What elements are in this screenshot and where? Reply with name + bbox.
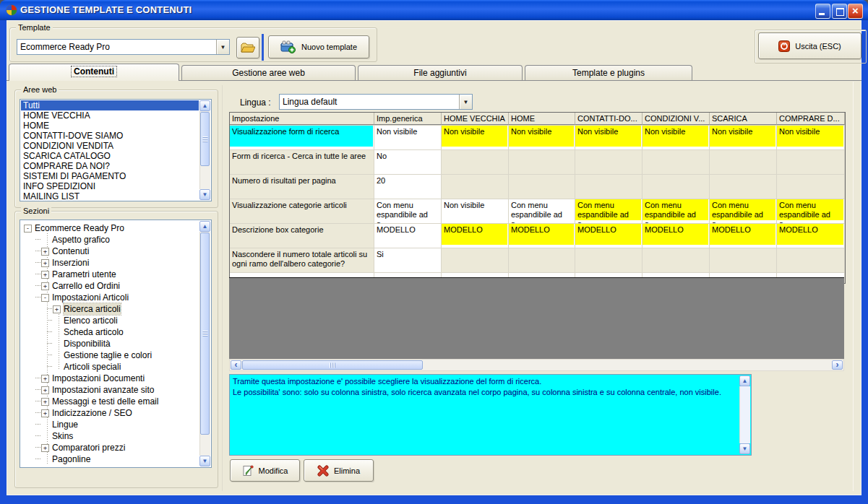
tree-item-skins[interactable]: Skins <box>21 430 199 442</box>
tree-item-label[interactable]: Gestione taglie e colori <box>64 349 152 361</box>
scroll-down-button[interactable]: ▼ <box>739 443 750 454</box>
tree-item-label[interactable]: Impostazioni avanzate sito <box>52 384 154 396</box>
tree-item-pannello-gestione-template[interactable]: Pannello gestione template <box>21 465 199 468</box>
value-cell[interactable] <box>509 150 575 174</box>
column-header-scarica-cata[interactable]: SCARICA CATA... <box>710 113 777 125</box>
tree-item-pagonline[interactable]: Pagonline <box>21 453 199 465</box>
tree-item-label[interactable]: Pagonline <box>52 453 90 465</box>
scroll-up-button[interactable]: ▲ <box>199 221 210 232</box>
tab-gestione-aree-web[interactable]: Gestione aree web <box>181 65 356 80</box>
new-template-button[interactable]: Nuovo template <box>268 35 369 58</box>
tree-item-label[interactable]: Carrello ed Ordini <box>52 280 120 292</box>
value-cell[interactable] <box>643 150 710 174</box>
tree-item-label[interactable]: Inserzioni <box>52 257 89 269</box>
value-cell[interactable] <box>442 150 509 174</box>
collapse-icon[interactable]: - <box>41 294 49 302</box>
value-cell[interactable]: MODELLO <box>442 224 509 248</box>
scroll-right-button[interactable]: › <box>832 360 843 370</box>
value-cell[interactable]: Non visibile <box>374 126 442 149</box>
value-cell[interactable]: MODELLO <box>643 224 710 248</box>
setting-name-cell[interactable]: Numero di risultati per pagina <box>230 175 374 199</box>
open-template-folder-button[interactable] <box>236 37 259 58</box>
tree-item-indicizzazione-seo[interactable]: +Indicizzazione / SEO <box>21 407 199 419</box>
value-cell[interactable] <box>575 175 643 199</box>
column-header-home-vecchia[interactable]: HOME VECCHIA <box>442 113 509 125</box>
value-cell[interactable] <box>710 248 777 272</box>
setting-name-cell[interactable]: Form di ricerca - Cerca in tutte le aree <box>230 150 374 174</box>
expand-icon[interactable]: + <box>41 375 49 383</box>
sezioni-tree[interactable]: -Ecommerce Ready ProAspetto grafico+Cont… <box>20 220 212 468</box>
expand-icon[interactable]: + <box>41 271 49 279</box>
tree-item-label[interactable]: Disponibilità <box>64 338 111 349</box>
scroll-up-button[interactable]: ▲ <box>739 375 750 386</box>
value-cell[interactable] <box>442 248 509 272</box>
tree-item-gestione-taglie-e-colori[interactable]: Gestione taglie e colori <box>21 349 199 361</box>
column-header-comprare-d[interactable]: COMPRARE D... <box>777 113 845 125</box>
tree-item-label[interactable]: Ricerca articoli <box>64 303 121 315</box>
value-cell[interactable]: Con menu espandibile ad a... <box>710 199 777 223</box>
value-cell[interactable]: No <box>374 150 442 174</box>
tree-item-label[interactable]: Impostazioni Documenti <box>52 373 145 384</box>
list-item-scarica-catalogo[interactable]: SCARICA CATALOGO <box>21 151 199 161</box>
tree-item-label[interactable]: Ecommerce Ready Pro <box>35 222 124 234</box>
value-cell[interactable]: Non visibile <box>509 126 575 149</box>
close-button[interactable]: × <box>848 4 863 19</box>
expand-icon[interactable]: + <box>41 409 49 417</box>
tree-item-inserzioni[interactable]: +Inserzioni <box>21 257 199 269</box>
tab-contenuti[interactable]: Contenuti <box>9 64 179 81</box>
expand-icon[interactable]: + <box>41 386 49 394</box>
scroll-down-button[interactable]: ▼ <box>199 456 210 466</box>
tree-item-ecommerce-ready-pro[interactable]: -Ecommerce Ready Pro <box>21 222 199 234</box>
value-cell[interactable]: Non visibile <box>442 199 509 223</box>
value-cell[interactable] <box>710 175 777 199</box>
list-item-home[interactable]: HOME <box>21 121 199 131</box>
minimize-button[interactable] <box>815 4 830 19</box>
value-cell[interactable] <box>509 175 575 199</box>
value-cell[interactable]: Non visibile <box>710 126 777 149</box>
list-item-tutti[interactable]: Tutti <box>21 100 199 110</box>
tree-item-parametri-utente[interactable]: +Parametri utente <box>21 269 199 280</box>
scroll-up-button[interactable]: ▲ <box>199 100 210 111</box>
tree-item-carrello-ed-ordini[interactable]: +Carrello ed Ordini <box>21 280 199 292</box>
list-item-info-spedizioni[interactable]: INFO SPEDIZIONI <box>21 181 199 191</box>
value-cell[interactable] <box>509 248 575 272</box>
tree-item-label[interactable]: Contenuti <box>52 246 89 257</box>
list-item-condizioni-vendita[interactable]: CONDIZIONI VENDITA <box>21 141 199 151</box>
tree-item-articoli-speciali[interactable]: Articoli speciali <box>21 361 199 373</box>
tree-item-label[interactable]: Elenco articoli <box>64 315 118 326</box>
tree-item-label[interactable]: Messaggi e testi delle email <box>52 396 158 407</box>
column-header-home[interactable]: HOME <box>509 113 575 125</box>
value-cell[interactable] <box>777 175 845 199</box>
tree-item-comparatori-prezzi[interactable]: +Comparatori prezzi <box>21 442 199 453</box>
list-item-comprare-da-noi[interactable]: COMPRARE DA NOI? <box>21 161 199 171</box>
exit-button[interactable]: Uscita (ESC) <box>758 32 861 59</box>
tree-item-label[interactable]: Impostazioni Articoli <box>52 292 129 303</box>
tree-item-label[interactable]: Lingue <box>52 419 78 430</box>
value-cell[interactable] <box>575 150 643 174</box>
value-cell[interactable] <box>643 248 710 272</box>
tree-item-label[interactable]: Scheda articolo <box>64 326 124 338</box>
value-cell[interactable] <box>777 150 845 174</box>
value-cell[interactable]: Con menu espandibile ad a... <box>374 199 442 223</box>
value-cell[interactable] <box>575 248 643 272</box>
chevron-down-icon[interactable]: ▼ <box>459 95 472 109</box>
value-cell[interactable]: MODELLO <box>777 224 845 248</box>
scrollbar-thumb[interactable] <box>200 233 210 435</box>
elimina-button[interactable]: Elimina <box>304 459 374 482</box>
value-cell[interactable]: Non visibile <box>777 126 845 149</box>
value-cell[interactable] <box>710 150 777 174</box>
tab-template-e-plugins[interactable]: Template e plugins <box>525 65 692 80</box>
column-header-impostazione[interactable]: Impostazione <box>230 113 374 125</box>
tree-item-scheda-articolo[interactable]: Scheda articolo <box>21 326 199 338</box>
tree-item-elenco-articoli[interactable]: Elenco articoli <box>21 315 199 326</box>
value-cell[interactable]: Con menu espandibile ad a... <box>509 199 575 223</box>
expand-icon[interactable]: + <box>41 282 49 290</box>
setting-name-cell[interactable]: Nascondere il numero totale articoli su … <box>230 248 374 272</box>
modifica-button[interactable]: Modifica <box>230 459 300 482</box>
tree-item-aspetto-grafico[interactable]: Aspetto grafico <box>21 234 199 246</box>
setting-name-cell[interactable]: Visualizzazione form di ricerca <box>230 126 374 149</box>
value-cell[interactable] <box>643 175 710 199</box>
tree-item-contenuti[interactable]: +Contenuti <box>21 246 199 257</box>
list-item-home-vecchia[interactable]: HOME VECCHIA <box>21 110 199 121</box>
value-cell[interactable]: MODELLO <box>575 224 643 248</box>
